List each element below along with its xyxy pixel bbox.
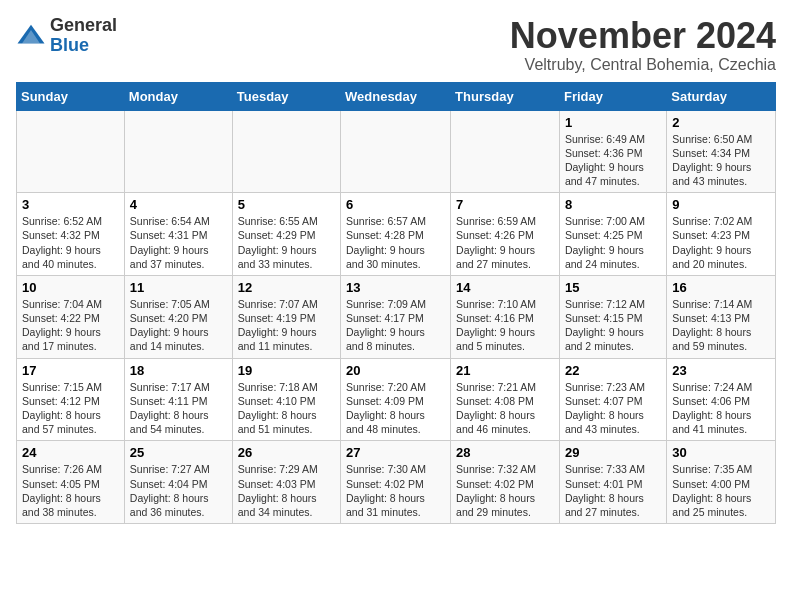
day-info: Sunrise: 7:00 AM Sunset: 4:25 PM Dayligh… — [565, 214, 661, 271]
location-title: Veltruby, Central Bohemia, Czechia — [510, 56, 776, 74]
day-number: 11 — [130, 280, 227, 295]
calendar-cell — [17, 110, 125, 193]
month-title: November 2024 — [510, 16, 776, 56]
calendar-cell: 25Sunrise: 7:27 AM Sunset: 4:04 PM Dayli… — [124, 441, 232, 524]
day-info: Sunrise: 7:20 AM Sunset: 4:09 PM Dayligh… — [346, 380, 445, 437]
calendar-cell: 15Sunrise: 7:12 AM Sunset: 4:15 PM Dayli… — [559, 275, 666, 358]
calendar-cell: 21Sunrise: 7:21 AM Sunset: 4:08 PM Dayli… — [451, 358, 560, 441]
day-number: 22 — [565, 363, 661, 378]
week-row-3: 17Sunrise: 7:15 AM Sunset: 4:12 PM Dayli… — [17, 358, 776, 441]
week-row-1: 3Sunrise: 6:52 AM Sunset: 4:32 PM Daylig… — [17, 193, 776, 276]
calendar-cell: 10Sunrise: 7:04 AM Sunset: 4:22 PM Dayli… — [17, 275, 125, 358]
header: General Blue November 2024 Veltruby, Cen… — [16, 16, 776, 74]
calendar-cell — [124, 110, 232, 193]
day-info: Sunrise: 7:27 AM Sunset: 4:04 PM Dayligh… — [130, 462, 227, 519]
day-info: Sunrise: 7:09 AM Sunset: 4:17 PM Dayligh… — [346, 297, 445, 354]
day-number: 5 — [238, 197, 335, 212]
calendar-cell: 6Sunrise: 6:57 AM Sunset: 4:28 PM Daylig… — [341, 193, 451, 276]
calendar-cell: 5Sunrise: 6:55 AM Sunset: 4:29 PM Daylig… — [232, 193, 340, 276]
day-info: Sunrise: 7:33 AM Sunset: 4:01 PM Dayligh… — [565, 462, 661, 519]
calendar-cell — [451, 110, 560, 193]
day-number: 29 — [565, 445, 661, 460]
day-header-sunday: Sunday — [17, 82, 125, 110]
day-info: Sunrise: 7:18 AM Sunset: 4:10 PM Dayligh… — [238, 380, 335, 437]
calendar-body: 1Sunrise: 6:49 AM Sunset: 4:36 PM Daylig… — [17, 110, 776, 523]
day-info: Sunrise: 6:50 AM Sunset: 4:34 PM Dayligh… — [672, 132, 770, 189]
day-info: Sunrise: 7:35 AM Sunset: 4:00 PM Dayligh… — [672, 462, 770, 519]
day-info: Sunrise: 7:14 AM Sunset: 4:13 PM Dayligh… — [672, 297, 770, 354]
calendar-cell: 7Sunrise: 6:59 AM Sunset: 4:26 PM Daylig… — [451, 193, 560, 276]
day-number: 14 — [456, 280, 554, 295]
day-info: Sunrise: 6:57 AM Sunset: 4:28 PM Dayligh… — [346, 214, 445, 271]
calendar-cell: 23Sunrise: 7:24 AM Sunset: 4:06 PM Dayli… — [667, 358, 776, 441]
day-info: Sunrise: 7:07 AM Sunset: 4:19 PM Dayligh… — [238, 297, 335, 354]
day-number: 1 — [565, 115, 661, 130]
day-info: Sunrise: 7:04 AM Sunset: 4:22 PM Dayligh… — [22, 297, 119, 354]
calendar-cell: 16Sunrise: 7:14 AM Sunset: 4:13 PM Dayli… — [667, 275, 776, 358]
day-header-tuesday: Tuesday — [232, 82, 340, 110]
day-info: Sunrise: 7:32 AM Sunset: 4:02 PM Dayligh… — [456, 462, 554, 519]
calendar-cell: 28Sunrise: 7:32 AM Sunset: 4:02 PM Dayli… — [451, 441, 560, 524]
calendar-cell: 2Sunrise: 6:50 AM Sunset: 4:34 PM Daylig… — [667, 110, 776, 193]
day-number: 30 — [672, 445, 770, 460]
calendar-cell: 27Sunrise: 7:30 AM Sunset: 4:02 PM Dayli… — [341, 441, 451, 524]
day-number: 4 — [130, 197, 227, 212]
day-number: 28 — [456, 445, 554, 460]
day-info: Sunrise: 6:59 AM Sunset: 4:26 PM Dayligh… — [456, 214, 554, 271]
logo-icon — [16, 21, 46, 51]
day-number: 24 — [22, 445, 119, 460]
day-info: Sunrise: 7:21 AM Sunset: 4:08 PM Dayligh… — [456, 380, 554, 437]
logo-text: General Blue — [50, 16, 117, 56]
calendar-cell: 1Sunrise: 6:49 AM Sunset: 4:36 PM Daylig… — [559, 110, 666, 193]
day-number: 3 — [22, 197, 119, 212]
day-info: Sunrise: 7:23 AM Sunset: 4:07 PM Dayligh… — [565, 380, 661, 437]
week-row-2: 10Sunrise: 7:04 AM Sunset: 4:22 PM Dayli… — [17, 275, 776, 358]
day-number: 26 — [238, 445, 335, 460]
day-info: Sunrise: 7:15 AM Sunset: 4:12 PM Dayligh… — [22, 380, 119, 437]
calendar-cell: 9Sunrise: 7:02 AM Sunset: 4:23 PM Daylig… — [667, 193, 776, 276]
calendar-cell: 18Sunrise: 7:17 AM Sunset: 4:11 PM Dayli… — [124, 358, 232, 441]
day-info: Sunrise: 7:29 AM Sunset: 4:03 PM Dayligh… — [238, 462, 335, 519]
calendar-cell: 17Sunrise: 7:15 AM Sunset: 4:12 PM Dayli… — [17, 358, 125, 441]
day-number: 19 — [238, 363, 335, 378]
week-row-4: 24Sunrise: 7:26 AM Sunset: 4:05 PM Dayli… — [17, 441, 776, 524]
day-number: 8 — [565, 197, 661, 212]
title-section: November 2024 Veltruby, Central Bohemia,… — [510, 16, 776, 74]
day-number: 12 — [238, 280, 335, 295]
day-info: Sunrise: 6:52 AM Sunset: 4:32 PM Dayligh… — [22, 214, 119, 271]
day-info: Sunrise: 7:17 AM Sunset: 4:11 PM Dayligh… — [130, 380, 227, 437]
day-info: Sunrise: 7:05 AM Sunset: 4:20 PM Dayligh… — [130, 297, 227, 354]
calendar-table: SundayMondayTuesdayWednesdayThursdayFrid… — [16, 82, 776, 524]
day-info: Sunrise: 7:12 AM Sunset: 4:15 PM Dayligh… — [565, 297, 661, 354]
calendar-cell: 4Sunrise: 6:54 AM Sunset: 4:31 PM Daylig… — [124, 193, 232, 276]
calendar-cell — [232, 110, 340, 193]
day-header-friday: Friday — [559, 82, 666, 110]
calendar-cell: 22Sunrise: 7:23 AM Sunset: 4:07 PM Dayli… — [559, 358, 666, 441]
day-number: 7 — [456, 197, 554, 212]
calendar-cell: 8Sunrise: 7:00 AM Sunset: 4:25 PM Daylig… — [559, 193, 666, 276]
calendar-cell — [341, 110, 451, 193]
day-number: 17 — [22, 363, 119, 378]
calendar-cell: 20Sunrise: 7:20 AM Sunset: 4:09 PM Dayli… — [341, 358, 451, 441]
day-number: 6 — [346, 197, 445, 212]
calendar-cell: 13Sunrise: 7:09 AM Sunset: 4:17 PM Dayli… — [341, 275, 451, 358]
day-number: 13 — [346, 280, 445, 295]
day-number: 15 — [565, 280, 661, 295]
day-header-thursday: Thursday — [451, 82, 560, 110]
day-number: 9 — [672, 197, 770, 212]
day-header-saturday: Saturday — [667, 82, 776, 110]
day-info: Sunrise: 7:02 AM Sunset: 4:23 PM Dayligh… — [672, 214, 770, 271]
calendar-cell: 29Sunrise: 7:33 AM Sunset: 4:01 PM Dayli… — [559, 441, 666, 524]
day-header-wednesday: Wednesday — [341, 82, 451, 110]
calendar-cell: 19Sunrise: 7:18 AM Sunset: 4:10 PM Dayli… — [232, 358, 340, 441]
calendar-cell: 30Sunrise: 7:35 AM Sunset: 4:00 PM Dayli… — [667, 441, 776, 524]
logo-line2: Blue — [50, 36, 117, 56]
day-number: 23 — [672, 363, 770, 378]
calendar-cell: 3Sunrise: 6:52 AM Sunset: 4:32 PM Daylig… — [17, 193, 125, 276]
day-header-monday: Monday — [124, 82, 232, 110]
day-number: 16 — [672, 280, 770, 295]
day-info: Sunrise: 6:54 AM Sunset: 4:31 PM Dayligh… — [130, 214, 227, 271]
week-row-0: 1Sunrise: 6:49 AM Sunset: 4:36 PM Daylig… — [17, 110, 776, 193]
calendar-cell: 24Sunrise: 7:26 AM Sunset: 4:05 PM Dayli… — [17, 441, 125, 524]
day-number: 20 — [346, 363, 445, 378]
